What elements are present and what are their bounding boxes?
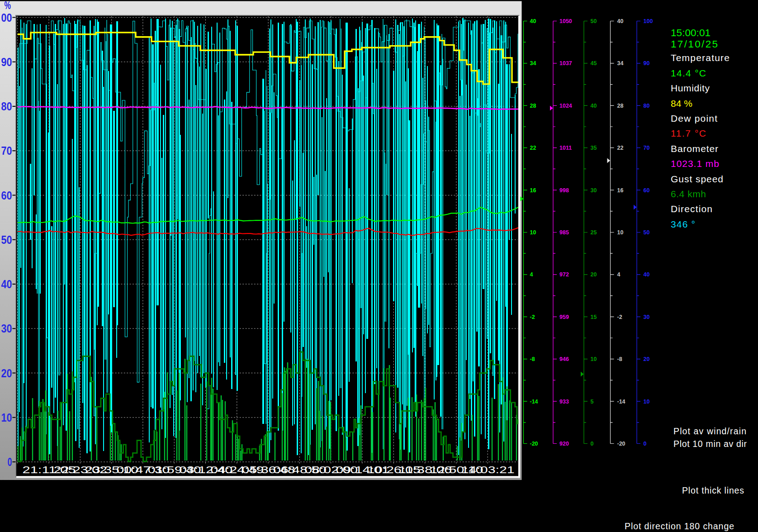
svg-text:16: 16 [617,187,624,194]
svg-text:-20: -20 [617,441,625,447]
svg-text:00: 00 [1,11,12,24]
svg-text:1037: 1037 [559,60,572,66]
svg-text:35: 35 [591,145,597,151]
svg-text:11.7 °C: 11.7 °C [671,128,706,138]
svg-text:10: 10 [591,356,597,362]
svg-text:34: 34 [617,60,624,66]
svg-text:Plot direction 180 change: Plot direction 180 change [625,521,734,531]
svg-text:1050: 1050 [559,18,572,24]
svg-text:50: 50 [591,18,597,24]
svg-text:40: 40 [644,271,650,278]
svg-text:%: % [5,0,11,11]
svg-text:933: 933 [559,399,569,405]
svg-text:-14: -14 [617,399,625,405]
svg-text:1011: 1011 [559,145,572,151]
svg-text:30: 30 [591,187,597,194]
svg-text:-8: -8 [530,356,535,362]
svg-text:-2: -2 [530,314,535,320]
svg-text:985: 985 [559,229,569,236]
svg-text:920: 920 [559,441,569,447]
svg-text:14:03:21: 14:03:21 [461,464,515,475]
svg-text:90: 90 [1,56,12,68]
svg-text:4: 4 [617,271,621,278]
svg-text:22: 22 [617,145,624,151]
svg-text:946: 946 [559,356,569,362]
svg-text:60: 60 [1,189,12,202]
svg-text:28: 28 [617,103,624,109]
svg-text:25: 25 [591,229,597,236]
svg-text:80: 80 [644,103,650,109]
svg-text:10: 10 [1,411,12,424]
svg-text:15: 15 [591,314,597,320]
svg-text:Direction: Direction [671,204,712,214]
svg-text:60: 60 [644,187,650,194]
svg-text:5: 5 [591,399,594,405]
svg-text:Plot av wind/rain: Plot av wind/rain [673,426,746,436]
svg-text:45: 45 [591,60,597,66]
svg-text:0: 0 [644,441,647,447]
svg-text:20: 20 [644,356,650,362]
svg-text:16: 16 [530,187,536,194]
svg-text:28: 28 [530,103,536,109]
svg-text:10: 10 [644,399,650,405]
svg-text:0: 0 [8,456,12,468]
svg-text:998: 998 [559,187,569,194]
svg-text:20: 20 [1,367,12,380]
svg-text:Plot 10 min av dir: Plot 10 min av dir [673,439,747,449]
svg-text:-8: -8 [617,356,622,362]
svg-text:40: 40 [1,278,12,290]
svg-text:70: 70 [1,144,12,157]
svg-text:30: 30 [1,322,12,335]
svg-text:22: 22 [530,145,536,151]
svg-text:Barometer: Barometer [671,143,718,154]
svg-text:0: 0 [591,441,594,447]
svg-text:6.4 kmh: 6.4 kmh [671,189,706,199]
svg-text:15:00:01: 15:00:01 [671,27,711,38]
svg-text:1024: 1024 [559,103,572,109]
svg-text:1023.1 mb: 1023.1 mb [671,158,719,169]
svg-text:70: 70 [644,145,650,151]
svg-text:80: 80 [1,100,12,113]
svg-text:34: 34 [530,60,536,66]
svg-text:4: 4 [530,271,533,278]
svg-text:84 %: 84 % [671,98,692,109]
svg-text:972: 972 [559,271,569,278]
svg-text:-2: -2 [617,314,622,320]
svg-text:Temperature: Temperature [671,52,730,63]
svg-text:40: 40 [591,103,597,109]
svg-text:10: 10 [617,229,624,236]
svg-text:40: 40 [530,18,536,24]
svg-text:Gust speed: Gust speed [671,174,723,184]
svg-text:Humidity: Humidity [671,83,710,93]
svg-text:90: 90 [644,60,650,66]
svg-text:Plot thick lines: Plot thick lines [682,485,744,495]
svg-text:346 °: 346 ° [671,219,695,229]
svg-text:10: 10 [530,229,536,236]
svg-text:30: 30 [644,314,650,320]
svg-text:-14: -14 [530,399,538,405]
svg-text:50: 50 [644,229,650,236]
svg-text:-20: -20 [530,441,538,447]
svg-text:50: 50 [1,233,12,246]
svg-text:100: 100 [644,18,653,24]
svg-text:20: 20 [591,271,597,278]
svg-text:959: 959 [559,314,569,320]
svg-text:40: 40 [617,18,624,24]
